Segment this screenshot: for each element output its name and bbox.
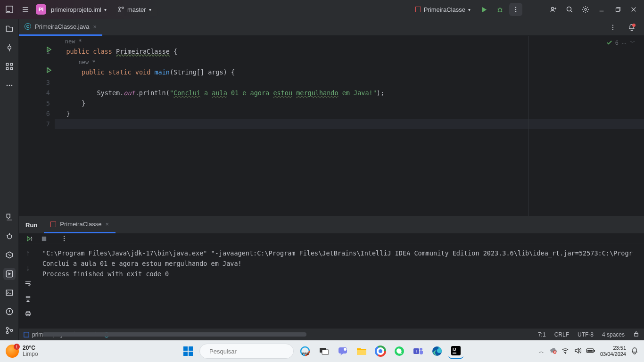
- project-tool-icon[interactable]: [3, 23, 16, 35]
- close-tab-icon[interactable]: ×: [93, 23, 97, 30]
- run-gutter-icon[interactable]: [46, 46, 52, 54]
- tray-chevron-icon[interactable]: ︿: [539, 348, 544, 355]
- chrome-icon[interactable]: [373, 344, 388, 359]
- svg-rect-38: [24, 332, 29, 337]
- ide-logo-icon[interactable]: [4, 4, 15, 15]
- java-class-icon: [50, 222, 56, 227]
- down-icon[interactable]: ↓: [23, 263, 33, 273]
- svg-rect-16: [6, 67, 8, 70]
- editor-tab[interactable]: C PrimeiraClasse.java ×: [19, 19, 102, 36]
- whatsapp-icon[interactable]: [392, 344, 407, 359]
- inspections-widget[interactable]: 6 ︿ ﹀: [606, 39, 636, 47]
- svg-point-29: [612, 26, 613, 27]
- close-tab-icon[interactable]: ×: [105, 221, 109, 228]
- more-icon[interactable]: [59, 233, 69, 244]
- onedrive-icon[interactable]: [549, 346, 557, 356]
- debug-button[interactable]: [493, 3, 506, 16]
- start-button[interactable]: [181, 344, 196, 359]
- branch-selector[interactable]: master▾: [118, 6, 151, 13]
- svg-point-5: [498, 8, 502, 12]
- left-toolbar: [0, 19, 19, 340]
- copilot-icon[interactable]: PRE: [297, 344, 313, 359]
- problems-tool-icon[interactable]: [3, 305, 16, 318]
- svg-point-20: [11, 85, 12, 86]
- chevron-up-icon[interactable]: ︿: [621, 39, 627, 47]
- svg-point-33: [64, 238, 65, 239]
- terminal-tool-icon[interactable]: [3, 287, 16, 299]
- svg-point-9: [552, 8, 554, 10]
- settings-button[interactable]: [579, 3, 592, 16]
- svg-rect-1: [7, 11, 10, 12]
- task-view-icon[interactable]: [316, 344, 331, 359]
- minimize-button[interactable]: [595, 3, 608, 16]
- svg-point-67: [565, 353, 566, 354]
- search-button[interactable]: [563, 3, 576, 16]
- run-panel-title: Run: [19, 222, 44, 229]
- console[interactable]: "C:\Program Files\Java\jdk-17\bin\java.e…: [37, 244, 644, 338]
- run-gutter-icon[interactable]: [46, 67, 52, 74]
- svg-point-30: [612, 29, 613, 30]
- weather-icon: 1: [6, 345, 19, 358]
- svg-point-4: [122, 7, 124, 9]
- services-tool-icon[interactable]: [3, 249, 16, 261]
- notifications-tray-icon[interactable]: [631, 347, 638, 356]
- chevron-down-icon: ▾: [149, 7, 151, 12]
- svg-rect-49: [322, 350, 329, 354]
- svg-rect-36: [26, 311, 29, 313]
- notifications-icon[interactable]: [625, 21, 638, 34]
- explorer-icon[interactable]: [354, 344, 369, 359]
- svg-rect-70: [587, 350, 593, 352]
- run-config-selector[interactable]: PrimeiraClasse▾: [412, 4, 474, 15]
- rerun-button[interactable]: [24, 233, 34, 244]
- clock[interactable]: 23:51 03/04/2024: [600, 345, 626, 357]
- chat-app-icon[interactable]: [335, 344, 350, 359]
- scroll-to-end-icon[interactable]: [23, 293, 33, 304]
- search-input[interactable]: [209, 348, 289, 355]
- svg-rect-12: [616, 8, 619, 11]
- run-tool-icon[interactable]: [3, 268, 16, 280]
- svg-point-28: [612, 25, 613, 25]
- svg-point-19: [8, 85, 10, 86]
- svg-rect-14: [6, 63, 8, 66]
- svg-rect-31: [41, 236, 46, 240]
- debug-tool-icon[interactable]: [3, 230, 16, 242]
- close-button[interactable]: [627, 3, 640, 16]
- svg-rect-17: [10, 67, 13, 70]
- up-icon[interactable]: ↑: [23, 248, 33, 258]
- run-tab[interactable]: PrimeiraClasse ×: [44, 216, 116, 233]
- tab-more-icon[interactable]: [606, 21, 619, 34]
- chevron-down-icon[interactable]: ﹀: [630, 39, 636, 47]
- commit-tool-icon[interactable]: [3, 41, 16, 54]
- structure-tool-icon[interactable]: [3, 60, 16, 73]
- more-button[interactable]: [509, 3, 522, 16]
- svg-point-18: [6, 85, 8, 86]
- wifi-icon[interactable]: [561, 347, 569, 356]
- build-tool-icon[interactable]: [3, 211, 16, 223]
- code-with-me-icon[interactable]: [547, 3, 560, 16]
- teams-icon[interactable]: T: [411, 344, 426, 359]
- svg-point-32: [64, 236, 65, 237]
- stop-button[interactable]: [39, 233, 49, 244]
- module-icon: [24, 332, 29, 337]
- intellij-icon[interactable]: IJ: [448, 344, 463, 359]
- battery-icon[interactable]: [586, 348, 595, 355]
- windows-taskbar: 1 20°CLimpo PRE T IJ ︿ 23:51 03/04/2024: [0, 340, 644, 362]
- run-button[interactable]: [477, 3, 490, 16]
- weather-widget[interactable]: 1 20°CLimpo: [6, 345, 38, 358]
- maximize-button[interactable]: [611, 3, 624, 16]
- search-box[interactable]: [199, 344, 294, 359]
- hamburger-icon[interactable]: [20, 4, 31, 15]
- volume-icon[interactable]: [574, 347, 581, 356]
- svg-point-51: [344, 348, 347, 351]
- editor[interactable]: 1 2 3 4 5 6 7 6 ︿ ﹀ new * publ: [19, 36, 644, 216]
- more-tool-icon[interactable]: [3, 79, 16, 91]
- soft-wrap-icon[interactable]: [23, 278, 33, 288]
- vcs-tool-icon[interactable]: [3, 324, 16, 337]
- project-selector[interactable]: primeiroprojeto.iml▾: [51, 6, 107, 13]
- svg-point-8: [515, 11, 516, 12]
- print-icon[interactable]: [23, 308, 33, 319]
- edge-icon[interactable]: [429, 344, 445, 359]
- horizontal-scrollbar[interactable]: [42, 332, 306, 337]
- svg-point-21: [7, 235, 11, 239]
- svg-rect-15: [10, 63, 13, 66]
